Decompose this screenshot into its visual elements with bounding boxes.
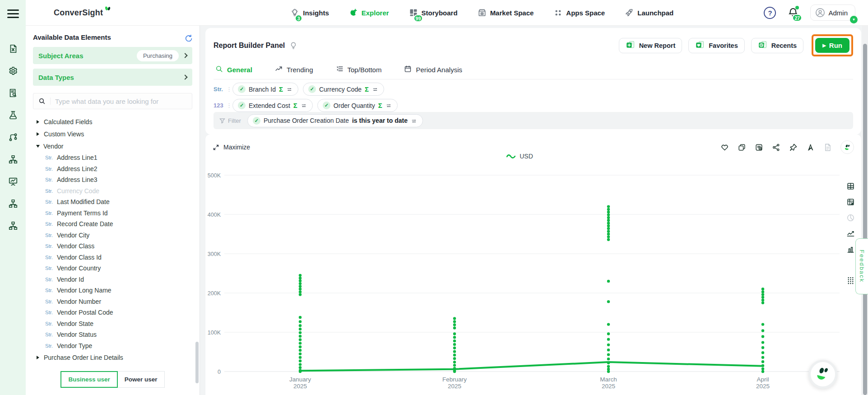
sigma-aggregate-icon[interactable]: Σ bbox=[378, 102, 382, 109]
nav-item-explorer[interactable]: Explorer bbox=[349, 5, 389, 20]
user-menu[interactable]: Admin ▼ bbox=[810, 5, 855, 21]
search-input[interactable] bbox=[51, 98, 192, 105]
chevron-right-icon bbox=[182, 53, 187, 58]
tree-node-vendor[interactable]: Vendor bbox=[33, 140, 192, 152]
data-type-tag: Str. bbox=[45, 155, 57, 160]
tree-leaf-address-line1[interactable]: Str.Address Line1 bbox=[33, 152, 192, 163]
field-chip-purchase-order-creation-date[interactable]: ✓Purchase Order Creation Dateis this yea… bbox=[247, 114, 423, 127]
subject-areas-section[interactable]: Subject Areas Purchasing bbox=[33, 47, 192, 64]
caret-down-icon[interactable] bbox=[36, 145, 40, 148]
subject-area-value[interactable]: Purchasing bbox=[137, 50, 179, 61]
chip-label: Order Quantity bbox=[334, 102, 375, 109]
drag-handle-icon[interactable]: ⋮ bbox=[226, 86, 232, 93]
tree-leaf-vendor-postal-code[interactable]: Str.Vendor Postal Code bbox=[33, 307, 192, 318]
favorites-button[interactable]: Favorites bbox=[688, 38, 744, 53]
sigma-aggregate-icon[interactable]: Σ bbox=[365, 85, 369, 93]
tab-general[interactable]: General bbox=[214, 62, 253, 79]
filter-list-icon[interactable] bbox=[286, 86, 293, 92]
nav-item-launchpad[interactable]: Launchpad bbox=[625, 5, 673, 20]
more-chart-types-icon[interactable] bbox=[846, 276, 855, 285]
caret-right-icon[interactable] bbox=[37, 132, 39, 136]
nav-item-market-space[interactable]: Market Space bbox=[478, 5, 534, 20]
tree-node-purchase-order-line-details[interactable]: Purchase Order Line Details bbox=[33, 351, 192, 363]
left-icon-rail bbox=[0, 0, 26, 395]
filter-list-icon[interactable] bbox=[372, 86, 379, 92]
power-user-toggle[interactable]: Power user bbox=[117, 371, 165, 388]
filter-list-icon[interactable] bbox=[301, 102, 307, 108]
check-icon[interactable]: ✓ bbox=[238, 85, 246, 93]
tree-leaf-vendor-type[interactable]: Str.Vendor Type bbox=[33, 340, 192, 352]
business-user-toggle[interactable]: Business user bbox=[60, 371, 117, 388]
tree-leaf-record-create-date[interactable]: Str.Record Create Date bbox=[33, 218, 192, 230]
pivot-view-icon[interactable] bbox=[846, 198, 855, 206]
tree-leaf-vendor-class-id[interactable]: Str.Vendor Class Id bbox=[33, 252, 192, 263]
notifications-bell-icon[interactable]: 27 bbox=[788, 7, 798, 19]
nav-item-apps-space[interactable]: Apps Space bbox=[553, 5, 605, 20]
tree-leaf-vendor-long-name[interactable]: Str.Vendor Long Name bbox=[33, 285, 192, 296]
svg-text:500K: 500K bbox=[208, 172, 221, 179]
check-icon[interactable]: ✓ bbox=[323, 102, 330, 109]
table-view-icon[interactable] bbox=[846, 182, 855, 191]
tree-leaf-address-line3[interactable]: Str.Address Line3 bbox=[33, 174, 192, 186]
feedback-tab[interactable]: Feedback bbox=[855, 238, 868, 294]
tree-node-custom-views[interactable]: Custom Views bbox=[33, 128, 192, 140]
tree-leaf-vendor-state[interactable]: Str.Vendor State bbox=[33, 318, 192, 330]
tab-period-analysis[interactable]: Period Analysis bbox=[403, 62, 463, 79]
field-chip-order-quantity[interactable]: ✓Order QuantityΣ bbox=[317, 99, 398, 112]
line-chart-icon[interactable] bbox=[846, 229, 855, 238]
tab-trending[interactable]: Trending bbox=[274, 62, 314, 79]
assistant-chat-button[interactable] bbox=[808, 360, 837, 389]
sigma-aggregate-icon[interactable]: Σ bbox=[279, 85, 283, 93]
page-scrollbar[interactable] bbox=[862, 26, 868, 395]
tree-leaf-vendor-status[interactable]: Str.Vendor Status bbox=[33, 329, 192, 340]
tree-leaf-payment-terms-id[interactable]: Str.Payment Terms Id bbox=[33, 208, 192, 219]
caret-right-icon[interactable] bbox=[37, 120, 39, 124]
tree-leaf-vendor-class[interactable]: Str.Vendor Class bbox=[33, 241, 192, 252]
tree-leaf-vendor-city[interactable]: Str.Vendor City bbox=[33, 230, 192, 241]
tab-top-bottom[interactable]: Top/Bottom bbox=[335, 62, 383, 79]
filter-list-icon[interactable] bbox=[411, 118, 418, 124]
filter-list-icon[interactable] bbox=[385, 102, 392, 108]
refresh-icon[interactable] bbox=[184, 33, 192, 42]
hierarchy-icon[interactable] bbox=[8, 221, 18, 231]
new-report-button[interactable]: New Report bbox=[619, 38, 682, 53]
data-types-section[interactable]: Data Types bbox=[33, 69, 192, 86]
tree-leaf-vendor-country[interactable]: Str.Vendor Country bbox=[33, 263, 192, 274]
nav-item-storyboard[interactable]: Storyboard99 bbox=[409, 5, 458, 20]
pie-chart-icon[interactable] bbox=[846, 214, 855, 222]
play-icon: ▶ bbox=[822, 43, 826, 48]
caret-right-icon[interactable] bbox=[37, 356, 39, 359]
tree-node-calculated-fields[interactable]: Calculated Fields bbox=[33, 116, 192, 128]
menu-icon[interactable] bbox=[7, 7, 19, 20]
field-chip-currency-code[interactable]: ✓Currency CodeΣ bbox=[303, 83, 384, 96]
file-report-icon[interactable] bbox=[8, 44, 18, 54]
recents-button[interactable]: Recents bbox=[751, 38, 803, 53]
chip-modifier[interactable]: is this year to date bbox=[352, 117, 408, 124]
run-button[interactable]: ▶Run bbox=[815, 38, 849, 53]
presentation-chart-icon[interactable] bbox=[8, 177, 18, 186]
hierarchy-icon[interactable] bbox=[8, 154, 18, 164]
bar-chart-icon[interactable] bbox=[846, 245, 855, 254]
tree-leaf-vendor-id[interactable]: Str.Vendor Id bbox=[33, 274, 192, 285]
check-icon[interactable]: ✓ bbox=[238, 102, 246, 109]
settings-icon[interactable] bbox=[8, 66, 18, 76]
workflow-icon[interactable] bbox=[8, 132, 18, 142]
nav-item-label: Insights bbox=[303, 9, 329, 17]
hierarchy-icon[interactable] bbox=[8, 199, 18, 209]
check-icon[interactable]: ✓ bbox=[253, 117, 260, 125]
nav-item-insights[interactable]: Insights3 bbox=[290, 5, 329, 20]
drag-handle-icon[interactable]: ⋮ bbox=[226, 102, 232, 109]
field-chip-extended-cost[interactable]: ✓Extended CostΣ bbox=[232, 99, 313, 112]
sidebar-scrollbar[interactable] bbox=[195, 26, 199, 395]
help-icon[interactable]: ? bbox=[764, 7, 776, 19]
flask-icon[interactable] bbox=[8, 110, 18, 120]
tree-leaf-currency-code[interactable]: Str.Currency Code bbox=[33, 186, 192, 197]
document-search-icon[interactable] bbox=[8, 88, 18, 98]
tree-leaf-vendor-number[interactable]: Str.Vendor Number bbox=[33, 296, 192, 307]
tree-leaf-last-modified-date[interactable]: Str.Last Modified Date bbox=[33, 196, 192, 208]
field-chip-branch-id[interactable]: ✓Branch IdΣ bbox=[232, 83, 298, 96]
hint-bulb-icon[interactable] bbox=[289, 42, 297, 50]
check-icon[interactable]: ✓ bbox=[308, 85, 316, 93]
tree-leaf-address-line2[interactable]: Str.Address Line2 bbox=[33, 163, 192, 175]
sigma-aggregate-icon[interactable]: Σ bbox=[293, 102, 297, 109]
